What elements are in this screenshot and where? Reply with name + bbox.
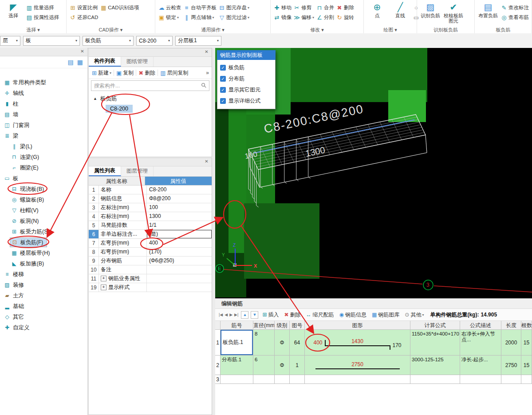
ribbon-group-label[interactable]: CAD操作 ▾ (67, 27, 155, 33)
ribbon-item-mirror[interactable]: ⇄镜像 (272, 12, 292, 22)
ribbon-button-recognize-rebar[interactable]: ▨识别负筋 (419, 1, 442, 26)
edit-toolbar-scale-rebar-button[interactable]: ↔缩尺配筋 (303, 311, 337, 319)
ribbon-item-by-attr[interactable]: ▤按属性选择 (25, 12, 60, 22)
property-row-1[interactable]: 1名称C8-200 (89, 186, 212, 194)
display-option-3[interactable]: ✓显示详细公式 (220, 95, 272, 107)
rebar-display-control-panel[interactable]: 钢筋显示控制面板 ✓板负筋✓分布筋✓显示其它图元✓显示详细公式 (217, 50, 276, 109)
nav-item-beam[interactable]: ≣梁 (0, 130, 87, 141)
ribbon-item-save-el[interactable]: ⊟图元存盘▾ (217, 3, 250, 12)
move-up-icon[interactable]: ▲ (241, 311, 248, 319)
nav-item-slab[interactable]: ▭板 (0, 173, 87, 184)
nav-item-column[interactable]: ▮柱 (0, 99, 87, 109)
nav-item-decoration[interactable]: ▨装修 (0, 280, 87, 290)
ribbon-item-offset[interactable]: ≫偏移▾ (292, 12, 315, 22)
nav-item-wall[interactable]: ▤墙 (0, 109, 87, 120)
rebar-table-row[interactable]: 1板负筋.18Φ6440014301701150+35*d+400+170右净长… (215, 330, 532, 356)
checkbox-checked-icon[interactable]: ✓ (220, 65, 226, 71)
floor-select[interactable]: 层▾ (0, 36, 20, 46)
nav-item-earthwork[interactable]: ▰土方 (0, 290, 87, 301)
property-row-19[interactable]: 19+显示样式 (89, 283, 212, 292)
edit-toolbar-more-button[interactable]: ⊙其他▾ (402, 311, 426, 319)
element-type-select[interactable]: 板▾ (23, 36, 80, 46)
move-down-icon[interactable]: ▼ (251, 311, 258, 319)
property-row-8[interactable]: 8右弯折(mm)(170) (89, 248, 212, 257)
display-option-0[interactable]: ✓板负筋 (220, 62, 272, 73)
property-row-4[interactable]: 4右标注(mm)1300 (89, 212, 212, 221)
ribbon-item-scale[interactable]: ⊞设置比例 (68, 3, 99, 12)
close-icon[interactable]: ✕ (79, 49, 85, 54)
expand-plus-icon[interactable]: + (101, 276, 106, 281)
ribbon-button-line[interactable]: ╱直线 (389, 1, 412, 26)
edit-toolbar-rebar-info-button[interactable]: ◉钢筋信息 (337, 311, 369, 319)
component-select[interactable]: C8-200▾ (136, 36, 173, 46)
ribbon-item-move[interactable]: ✚移动 (272, 3, 292, 12)
rebar-table-row[interactable]: 3 (215, 375, 532, 384)
ribbon-item-merge[interactable]: ⊓合并 (315, 3, 335, 12)
tab-component-0[interactable]: 构件列表 (89, 57, 121, 67)
ribbon-group-label[interactable]: 修改 ▾ (271, 27, 363, 33)
checkbox-checked-icon[interactable]: ✓ (220, 87, 226, 93)
nav-item-cast-slab[interactable]: ⊟现浇板(B) (0, 184, 87, 194)
record-nav-icon-0[interactable]: |◀ (219, 312, 223, 317)
component-group[interactable]: ▲ 板负筋 (89, 93, 212, 104)
nav-item-ring-beam[interactable]: ⌐圈梁(E) (0, 162, 87, 173)
property-row-7[interactable]: 7左弯折(mm)400 (89, 239, 212, 248)
display-panel-title[interactable]: 钢筋显示控制面板 (217, 50, 276, 60)
component-toolbar-floor-copy-button[interactable]: ▥层间复制 (158, 68, 190, 78)
property-row-11[interactable]: 11+钢筋业务属性 (89, 274, 212, 283)
component-toolbar-new-button[interactable]: ⊞新建▾ (90, 68, 114, 78)
ribbon-item-erase[interactable]: ✖删除 (335, 3, 355, 12)
nav-item-spiral-slab[interactable]: ◎螺旋板(B) (0, 194, 87, 205)
ribbon-button-place-rebar[interactable]: ▤布置负筋 (477, 1, 500, 26)
property-value[interactable]: (Φ6@250) (147, 257, 212, 265)
ribbon-item-lock[interactable]: ▣锁定▾ (157, 12, 182, 22)
nav-item-opening[interactable]: ◫门窗洞 (0, 120, 87, 130)
nav-item-coupling-beam[interactable]: ⊓连梁(G) (0, 152, 87, 162)
ribbon-item-trim[interactable]: ✂修剪 (292, 3, 315, 12)
expand-plus-icon[interactable]: + (101, 285, 106, 290)
ribbon-item-filter[interactable]: ▽图元过滤▾ (217, 12, 250, 22)
property-value[interactable] (147, 283, 212, 292)
component-toolbar-delete-button[interactable]: ✖删除 (136, 68, 158, 78)
ribbon-group-label[interactable]: 板负筋 (475, 27, 532, 33)
close-icon[interactable]: ✕ (204, 159, 209, 164)
ribbon-item-split[interactable]: ∠分割 (315, 12, 335, 22)
property-value[interactable] (147, 274, 212, 283)
property-row-6[interactable]: 6非单边标注含...(是) (89, 230, 212, 239)
nav-item-slab-main-rebar[interactable]: ⊞板受力筋(S) (0, 226, 87, 237)
property-value[interactable] (147, 265, 212, 274)
nav-item-slab-band[interactable]: ▦楼层板带(H) (0, 248, 87, 258)
nav-item-slab-haunch[interactable]: ◣板加腋(B) (0, 258, 87, 269)
property-row-9[interactable]: 9分布钢筋(Φ6@250) (89, 257, 212, 265)
property-value[interactable]: C8-200 (147, 186, 212, 194)
display-option-2[interactable]: ✓显示其它图元 (220, 84, 272, 95)
tab-component-1[interactable]: 图纸管理 (121, 57, 154, 67)
nav-item-stairs[interactable]: ≡楼梯 (0, 269, 87, 280)
ribbon-group-label[interactable]: 通用操作 ▾ (155, 27, 270, 33)
grid-view-icon[interactable]: ▦ (77, 59, 83, 66)
ribbon-button-check-rebar[interactable]: ✔校核板筋图元 (442, 1, 465, 26)
ribbon-group-label[interactable]: 绘图 ▾ (364, 27, 417, 33)
nav-item-slab-hole[interactable]: ⊘板洞(N) (0, 216, 87, 226)
property-value[interactable]: (170) (147, 248, 212, 257)
ribbon-item-batch[interactable]: ▥批量选择 (25, 3, 60, 12)
edit-toolbar-delete-row-button[interactable]: ✖删除 (281, 311, 303, 319)
property-row-10[interactable]: 10备注 (89, 265, 212, 274)
ribbon-item-rotate[interactable]: ↻旋转 (335, 12, 355, 22)
property-value[interactable]: 100 (147, 203, 212, 212)
collapse-arrow-icon[interactable]: ▲ (93, 96, 97, 101)
ribbon-item-cad-opt[interactable]: ▦CAD识别选项 (99, 3, 140, 12)
subtype-select[interactable]: 板负筋▾ (83, 36, 134, 46)
component-search-input[interactable] (91, 81, 191, 91)
property-row-3[interactable]: 3左标注(mm)100 (89, 203, 212, 212)
property-row-5[interactable]: 5马凳筋排数1/1 (89, 221, 212, 230)
property-value[interactable]: (是) (147, 230, 212, 239)
ribbon-item-cloud[interactable]: ☁云检查 (157, 3, 182, 12)
record-nav-icon-2[interactable]: ▶ (229, 312, 233, 317)
record-nav-icon-3[interactable]: ▶| (234, 312, 238, 317)
ribbon-group-label[interactable]: 识别板负筋 (417, 27, 474, 33)
property-row-2[interactable]: 2钢筋信息Φ8@200 (89, 194, 212, 203)
nav-item-common[interactable]: ▦常用构件类型 (0, 77, 87, 88)
tab-property-0[interactable]: 属性列表 (89, 166, 121, 176)
list-view-icon[interactable]: ▤ (68, 59, 74, 66)
